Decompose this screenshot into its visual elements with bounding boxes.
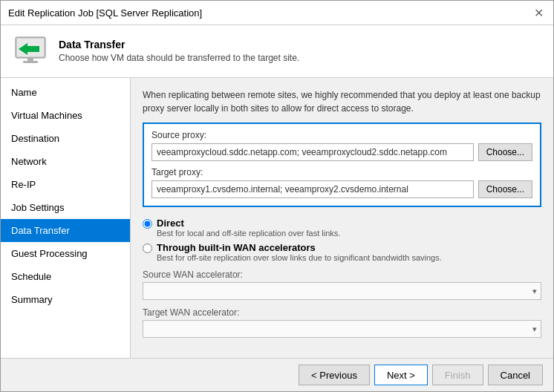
header-subtitle: Choose how VM data should be transferred…: [59, 53, 299, 63]
title-bar: Edit Replication Job [SQL Server Replica…: [1, 1, 553, 25]
sidebar-item-summary[interactable]: Summary: [1, 288, 130, 311]
sidebar: Name Virtual Machines Destination Networ…: [1, 78, 131, 358]
sidebar-item-guest-processing[interactable]: Guest Processing: [1, 242, 130, 265]
data-transfer-icon: [13, 33, 48, 68]
svg-rect-3: [23, 61, 38, 63]
header-area: Data Transfer Choose how VM data should …: [1, 25, 553, 78]
close-button[interactable]: ✕: [531, 5, 546, 20]
source-wan-select-wrap: [143, 282, 541, 300]
radio-wan-label[interactable]: Through built-in WAN accelerators Best f…: [157, 242, 442, 262]
sidebar-item-re-ip[interactable]: Re-IP: [1, 173, 130, 196]
dialog: Edit Replication Job [SQL Server Replica…: [0, 0, 554, 392]
radio-section: Direct Best for local and off-site repli…: [143, 218, 541, 262]
info-text: When replicating between remote sites, w…: [143, 88, 541, 115]
radio-wan-desc: Best for off-site replication over slow …: [157, 253, 442, 262]
wan-section: Source WAN accelerator: Target WAN accel…: [143, 270, 541, 338]
sidebar-item-name[interactable]: Name: [1, 81, 130, 104]
footer: < Previous Next > Finish Cancel: [1, 358, 553, 391]
radio-direct-title: Direct: [157, 218, 340, 229]
sidebar-item-job-settings[interactable]: Job Settings: [1, 196, 130, 219]
main-content: When replicating between remote sites, w…: [131, 78, 553, 358]
source-choose-button[interactable]: Choose...: [478, 143, 532, 161]
radio-direct-desc: Best for local and off-site replication …: [157, 229, 340, 238]
sidebar-item-schedule[interactable]: Schedule: [1, 265, 130, 288]
sidebar-item-data-transfer[interactable]: Data Transfer: [1, 219, 130, 242]
target-wan-select-wrap: [143, 320, 541, 338]
header-title: Data Transfer: [59, 39, 299, 50]
previous-button[interactable]: < Previous: [299, 365, 370, 385]
source-wan-select[interactable]: [143, 282, 541, 300]
radio-direct-row: Direct Best for local and off-site repli…: [143, 218, 541, 238]
radio-wan-title: Through built-in WAN accelerators: [157, 242, 442, 253]
target-proxy-label: Target proxy:: [151, 167, 532, 177]
source-proxy-input[interactable]: [151, 143, 474, 161]
source-proxy-row: Choose...: [151, 143, 532, 161]
target-choose-button[interactable]: Choose...: [478, 180, 532, 198]
radio-direct-label[interactable]: Direct Best for local and off-site repli…: [157, 218, 340, 238]
source-wan-label: Source WAN accelerator:: [143, 270, 541, 280]
target-proxy-input[interactable]: [151, 180, 474, 198]
finish-button[interactable]: Finish: [432, 365, 483, 385]
source-proxy-label: Source proxy:: [151, 130, 532, 140]
target-proxy-row: Choose...: [151, 180, 532, 198]
radio-direct[interactable]: [143, 219, 152, 229]
header-text: Data Transfer Choose how VM data should …: [59, 39, 299, 63]
radio-wan[interactable]: [143, 244, 152, 253]
target-wan-label: Target WAN accelerator:: [143, 307, 541, 318]
sidebar-item-destination[interactable]: Destination: [1, 127, 130, 150]
sidebar-item-virtual-machines[interactable]: Virtual Machines: [1, 104, 130, 127]
cancel-button[interactable]: Cancel: [488, 365, 543, 385]
content-area: Name Virtual Machines Destination Networ…: [1, 78, 553, 358]
proxy-box: Source proxy: Choose... Target proxy: Ch…: [143, 122, 541, 207]
next-button[interactable]: Next >: [374, 365, 428, 385]
sidebar-item-network[interactable]: Network: [1, 150, 130, 173]
dialog-title: Edit Replication Job [SQL Server Replica…: [8, 7, 202, 19]
target-wan-select[interactable]: [143, 320, 541, 338]
radio-wan-row: Through built-in WAN accelerators Best f…: [143, 242, 541, 262]
